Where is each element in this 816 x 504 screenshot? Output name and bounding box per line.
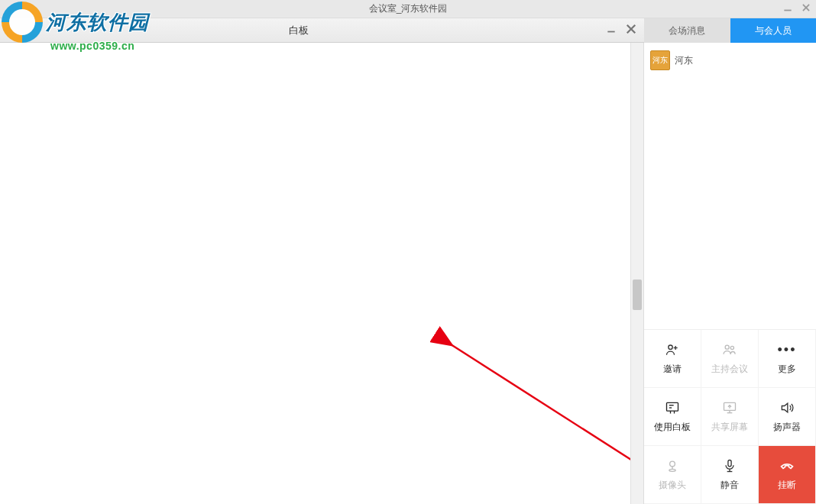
scrollbar-thumb[interactable] [633, 279, 642, 310]
action-label: 共享屏幕 [711, 421, 748, 434]
participant-name: 河东 [675, 54, 693, 67]
list-item[interactable]: 河东 河东 [650, 50, 810, 70]
action-label: 使用白板 [654, 421, 691, 434]
svg-point-22 [669, 469, 675, 471]
svg-point-12 [730, 346, 733, 349]
camera-icon [664, 457, 681, 474]
main-close-icon[interactable] [801, 2, 811, 16]
action-label: 摄像头 [659, 479, 686, 492]
svg-rect-23 [728, 460, 731, 467]
share-screen-icon [721, 399, 738, 416]
whiteboard-title: 白板 [0, 24, 309, 37]
whiteboard-canvas[interactable] [0, 43, 644, 504]
mute-button[interactable]: 静音 [701, 446, 759, 504]
action-label: 静音 [720, 479, 739, 492]
main-window-titlebar: 会议室_河东软件园 [0, 0, 816, 18]
microphone-icon [721, 457, 738, 474]
hangup-button[interactable]: 挂断 [759, 446, 816, 504]
svg-point-8 [669, 345, 672, 349]
svg-line-7 [451, 344, 642, 467]
host-button[interactable]: 主持会议 [701, 330, 759, 388]
annotation-arrow [0, 43, 644, 504]
main-window-title: 会议室_河东软件园 [369, 2, 448, 15]
tab-participants[interactable]: 与会人员 [730, 18, 817, 43]
speaker-icon [779, 399, 795, 416]
more-icon: ••• [779, 341, 795, 358]
people-icon [721, 341, 738, 358]
whiteboard-minimize-icon[interactable] [606, 24, 617, 37]
whiteboard-button[interactable]: 使用白板 [644, 388, 701, 446]
whiteboard-scrollbar[interactable] [630, 43, 643, 504]
svg-point-21 [670, 461, 675, 467]
invite-button[interactable]: 邀请 [644, 330, 701, 388]
svg-rect-13 [667, 402, 678, 411]
main-minimize-icon[interactable] [782, 2, 793, 16]
tab-messages[interactable]: 会场消息 [644, 18, 730, 43]
action-label: 邀请 [663, 363, 682, 376]
more-button[interactable]: ••• 更多 [759, 330, 816, 388]
speaker-button[interactable]: 扬声器 [759, 388, 816, 446]
person-plus-icon [664, 341, 681, 358]
share-screen-button[interactable]: 共享屏幕 [701, 388, 759, 446]
action-label: 扬声器 [773, 421, 801, 434]
whiteboard-close-icon[interactable] [624, 22, 638, 39]
camera-button[interactable]: 摄像头 [644, 446, 701, 504]
participants-list: 河东 河东 [644, 43, 816, 329]
phone-hangup-icon [779, 457, 795, 474]
avatar: 河东 [650, 50, 670, 70]
whiteboard-titlebar: 白板 [0, 18, 644, 43]
action-label: 更多 [778, 363, 796, 376]
svg-point-11 [725, 345, 729, 349]
action-grid: 邀请 主持会议 ••• 更多 使用白板 [644, 329, 816, 504]
action-label: 主持会议 [711, 363, 748, 376]
side-tabs: 会场消息 与会人员 [644, 18, 816, 43]
whiteboard-icon [664, 399, 681, 416]
action-label: 挂断 [778, 479, 796, 492]
